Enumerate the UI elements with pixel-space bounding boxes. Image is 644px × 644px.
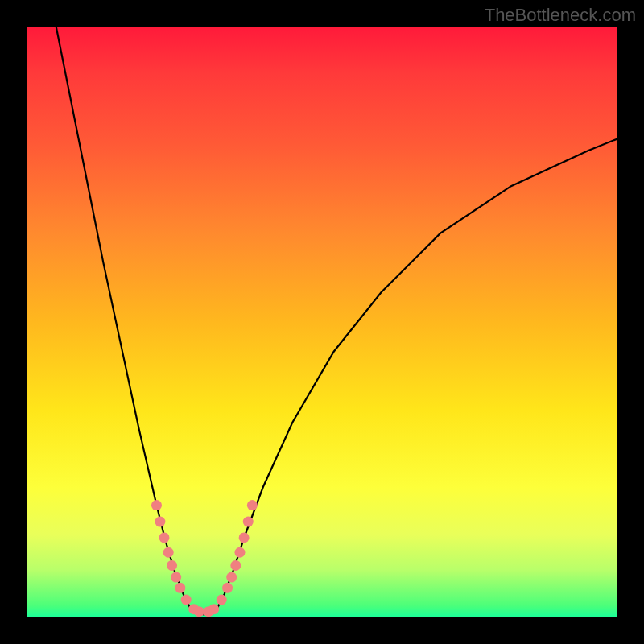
data-marker <box>151 500 162 510</box>
data-marker <box>159 532 170 543</box>
marker-group <box>151 500 258 617</box>
data-marker <box>194 606 204 617</box>
data-marker <box>155 517 165 527</box>
data-marker <box>175 583 185 593</box>
data-marker <box>239 532 250 543</box>
data-marker <box>243 517 254 527</box>
data-marker <box>247 500 258 510</box>
bottleneck-curve <box>56 27 617 614</box>
data-marker <box>167 560 177 571</box>
data-marker <box>226 572 237 583</box>
data-marker <box>163 547 174 558</box>
watermark-text: TheBottleneck.com <box>485 5 636 26</box>
curve-path <box>56 27 617 614</box>
data-marker <box>171 572 181 583</box>
data-marker <box>217 594 227 605</box>
chart-svg <box>27 27 617 617</box>
data-marker <box>208 604 219 614</box>
data-marker <box>222 583 233 593</box>
data-marker <box>181 594 192 605</box>
chart-frame <box>27 27 617 617</box>
data-marker <box>234 547 245 558</box>
data-marker <box>230 560 241 571</box>
